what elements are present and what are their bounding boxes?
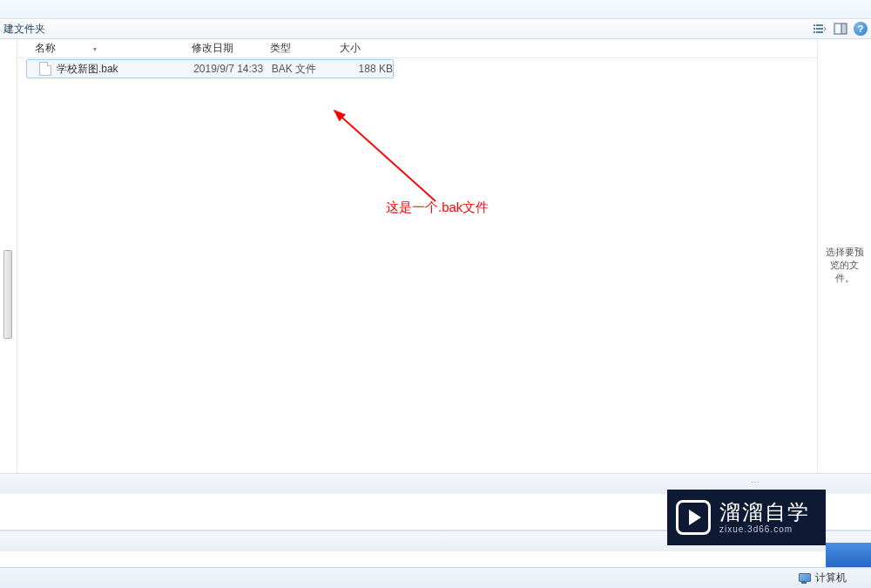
file-type-cell: BAK 文件 [272, 62, 341, 77]
gap-region-2 [0, 551, 871, 567]
watermark-url: zixue.3d66.com [719, 524, 810, 534]
taskbar-fragment [826, 543, 871, 567]
scrollbar-thumb[interactable] [3, 250, 12, 339]
file-list-panel: 名称 ▾ 修改日期 类型 大小 学校新图.bak 2019/9/7 14:33 … [17, 39, 817, 491]
svg-rect-5 [816, 31, 823, 33]
watermark-title: 溜溜自学 [719, 501, 810, 524]
field-indicator: ⋯ [751, 477, 760, 487]
svg-rect-2 [814, 28, 815, 30]
svg-rect-4 [814, 31, 815, 33]
svg-rect-3 [816, 28, 823, 30]
svg-rect-7 [841, 24, 847, 34]
file-row[interactable]: 学校新图.bak 2019/9/7 14:33 BAK 文件 188 KB [26, 59, 394, 78]
watermark-play-icon [676, 500, 711, 535]
statusbar-computer-label: 计算机 [815, 571, 847, 585]
statusbar: 计算机 [0, 567, 871, 588]
annotation-arrow [331, 107, 470, 212]
column-header-date[interactable]: 修改日期 [186, 41, 265, 56]
column-headers: 名称 ▾ 修改日期 类型 大小 [17, 39, 817, 58]
column-name-label: 名称 [35, 42, 56, 54]
view-options-button[interactable] [812, 21, 827, 37]
toolbar-new-folder[interactable]: 建文件夹 [3, 22, 45, 37]
svg-rect-1 [816, 24, 823, 26]
help-icon[interactable]: ? [854, 22, 868, 36]
column-header-size[interactable]: 大小 [334, 41, 387, 56]
svg-rect-0 [814, 24, 815, 26]
column-header-type[interactable]: 类型 [265, 41, 334, 56]
file-size-cell: 188 KB [341, 63, 393, 75]
svg-line-10 [334, 111, 436, 201]
file-name-cell: 学校新图.bak [57, 62, 193, 77]
column-header-name[interactable]: 名称 ▾ [30, 41, 186, 56]
watermark-logo: 溜溜自学 zixue.3d66.com [667, 490, 826, 545]
toolbar: 建文件夹 ? [0, 19, 871, 39]
sort-indicator-icon: ▾ [93, 45, 97, 53]
preview-message: 选择要预览的文件。 [821, 246, 868, 285]
file-date-cell: 2019/9/7 14:33 [193, 63, 272, 75]
computer-icon [798, 573, 810, 584]
preview-panel: 选择要预览的文件。 [817, 39, 871, 491]
annotation-text: 这是一个.bak文件 [386, 199, 489, 216]
preview-pane-button[interactable] [833, 21, 848, 37]
left-scrollbar-gutter [0, 39, 17, 491]
file-icon [39, 62, 51, 76]
window-titlebar [0, 0, 871, 19]
